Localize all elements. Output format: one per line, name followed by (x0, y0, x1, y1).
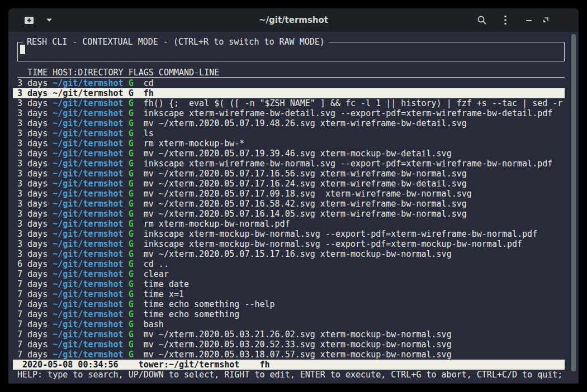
row-host-directory: ~/git/termshot (53, 340, 123, 350)
row-host-directory: ~/git/termshot (53, 159, 123, 169)
help-bar: HELP: type to search, UP/DOWN to select,… (17, 370, 579, 380)
row-time: 7 days (17, 329, 53, 340)
status-bar: 2020-05-08 00:34:56 tower:~/git/termshot… (13, 360, 565, 370)
row-time: 7 days (17, 289, 53, 299)
row-command: mv ~/xterm.2020.05.03.20.52.33.svg xterm… (144, 340, 452, 350)
row-host-directory: ~/git/termshot (53, 279, 123, 289)
restore-button[interactable] (537, 12, 554, 28)
history-row[interactable]: 6 days ~/git/termshot G cd .. (13, 259, 565, 269)
row-flags: G (124, 159, 144, 169)
row-time: 3 days (17, 239, 53, 249)
row-time: 3 days (17, 78, 53, 88)
row-command: inkscape xterm-wireframe-bw-normal.svg -… (144, 159, 553, 169)
row-flags: G (124, 340, 144, 350)
row-host-directory: ~/git/termshot (53, 309, 123, 319)
history-row[interactable]: 7 days ~/git/termshot G clear (13, 269, 565, 279)
row-command: time x=1 (144, 289, 184, 299)
history-row[interactable]: 3 days ~/git/termshot G inkscape xterm-m… (13, 229, 565, 239)
history-row[interactable]: 3 days ~/git/termshot G mv ~/xterm.2020.… (13, 209, 565, 219)
row-time: 3 days (17, 249, 53, 259)
row-host-directory: ~/git/termshot (53, 209, 123, 219)
row-command: mv ~/xterm.2020.05.07.19.39.46.svg xterm… (144, 149, 452, 159)
row-time: 7 days (17, 340, 53, 350)
scrollbar[interactable] (571, 34, 576, 371)
history-row[interactable]: 3 days ~/git/termshot G fh() {; eval $( … (13, 98, 565, 108)
chevron-down-icon (46, 18, 53, 22)
history-row[interactable]: 7 days ~/git/termshot G mv ~/xterm.2020.… (13, 340, 565, 350)
row-host-directory: ~/git/termshot (53, 138, 123, 149)
row-time: 7 days (17, 319, 53, 329)
row-time: 7 days (17, 350, 53, 360)
row-host-directory: ~/git/termshot (53, 169, 123, 179)
history-row[interactable]: 3 days ~/git/termshot G mv ~/xterm.2020.… (13, 149, 565, 159)
history-row[interactable]: 3 days ~/git/termshot G mv ~/xterm.2020.… (13, 179, 565, 189)
history-row[interactable]: 7 days ~/git/termshot G time echo someth… (13, 309, 565, 319)
row-command: mv ~/xterm.2020.05.03.21.26.02.svg xterm… (144, 329, 452, 340)
menu-button[interactable] (497, 12, 514, 28)
row-time: 3 days (17, 149, 53, 159)
row-flags: G (124, 289, 144, 299)
row-host-directory: ~/git/termshot (53, 118, 123, 128)
terminal-content: RESH CLI - CONTEXTUAL MODE - (CTRL+R to … (8, 32, 579, 384)
row-host-directory: ~/git/termshot (53, 189, 123, 199)
row-command: fh() {; eval $( ([ -n "$ZSH_NAME" ] && f… (144, 98, 563, 108)
history-row[interactable]: 3 days ~/git/termshot G mv ~/xterm.2020.… (13, 249, 565, 259)
row-flags: G (124, 319, 144, 329)
row-time: 7 days (17, 279, 53, 289)
search-box-title: RESH CLI - CONTEXTUAL MODE - (CTRL+R to … (23, 37, 329, 47)
row-time: 7 days (17, 269, 53, 279)
row-time: 3 days (17, 88, 53, 98)
history-row[interactable]: 7 days ~/git/termshot G mv ~/xterm.2020.… (13, 350, 565, 360)
history-row[interactable]: 3 days ~/git/termshot G inkscape xterm-w… (13, 108, 565, 118)
history-row[interactable]: 3 days ~/git/termshot G mv ~/xterm.2020.… (13, 118, 565, 128)
history-row[interactable]: 3 days ~/git/termshot G inkscape xterm-m… (13, 239, 565, 249)
row-time: 3 days (17, 169, 53, 179)
row-flags: G (124, 239, 144, 249)
row-host-directory: ~/git/termshot (53, 219, 123, 229)
row-flags: G (124, 219, 144, 229)
minimize-button[interactable] (520, 12, 537, 28)
history-row[interactable]: 3 days ~/git/termshot G ls (13, 128, 565, 138)
tab-dropdown-button[interactable] (41, 12, 58, 28)
history-row[interactable]: 3 days ~/git/termshot G cd (13, 78, 565, 88)
history-list: 3 days ~/git/termshot G cd3 days ~/git/t… (17, 78, 579, 360)
history-row[interactable]: 3 days ~/git/termshot G rm xterm-mockup-… (13, 138, 565, 149)
row-time: 3 days (17, 159, 53, 169)
history-row[interactable]: 3 days ~/git/termshot G mv ~/xterm.2020.… (13, 199, 565, 209)
row-command: time echo something (144, 309, 240, 319)
row-host-directory: ~/git/termshot (53, 289, 123, 299)
row-time: 3 days (17, 189, 53, 199)
history-row[interactable]: 7 days ~/git/termshot G bash (13, 319, 565, 329)
titlebar: ~/git/termshot (8, 8, 579, 32)
search-box[interactable]: RESH CLI - CONTEXTUAL MODE - (CTRL+R to … (17, 42, 565, 61)
history-row[interactable]: 7 days ~/git/termshot G time echo someth… (13, 299, 565, 309)
history-row[interactable]: 7 days ~/git/termshot G mv ~/xterm.2020.… (13, 329, 565, 340)
row-time: 7 days (17, 299, 53, 309)
search-button[interactable] (474, 12, 490, 28)
row-flags: G (124, 138, 144, 149)
row-command: rm xterm-mockup-bw-* (144, 138, 245, 149)
row-flags: G (124, 259, 144, 269)
history-row[interactable]: 3 days ~/git/termshot G mv ~/xterm.2020.… (13, 169, 565, 179)
row-command: ls (144, 128, 154, 138)
history-row[interactable]: 3 days ~/git/termshot G inkscape xterm-w… (13, 159, 565, 169)
row-time: 3 days (17, 219, 53, 229)
row-command: cd .. (144, 259, 169, 269)
history-row[interactable]: 7 days ~/git/termshot G time date (13, 279, 565, 289)
row-command: clear (144, 269, 169, 279)
unmaximize-icon (542, 17, 549, 23)
row-time: 3 days (17, 98, 53, 108)
close-button[interactable] (554, 12, 571, 28)
row-flags: G (124, 169, 144, 179)
history-row[interactable]: 7 days ~/git/termshot G time x=1 (13, 289, 565, 299)
row-time: 7 days (17, 309, 53, 319)
magnifier-icon (477, 15, 487, 25)
row-host-directory: ~/git/termshot (53, 269, 123, 279)
new-tab-button[interactable] (21, 12, 37, 28)
row-flags: G (124, 118, 144, 128)
history-row[interactable]: 3 days ~/git/termshot G rm xterm-mockup-… (13, 219, 565, 229)
row-host-directory: ~/git/termshot (53, 329, 123, 340)
history-row[interactable]: 3 days ~/git/termshot G mv ~/xterm.2020.… (13, 189, 565, 199)
history-row[interactable]: 3 days ~/git/termshot G fh (13, 88, 565, 98)
row-command: inkscape xterm-wireframe-bw-detail.svg -… (144, 108, 553, 118)
